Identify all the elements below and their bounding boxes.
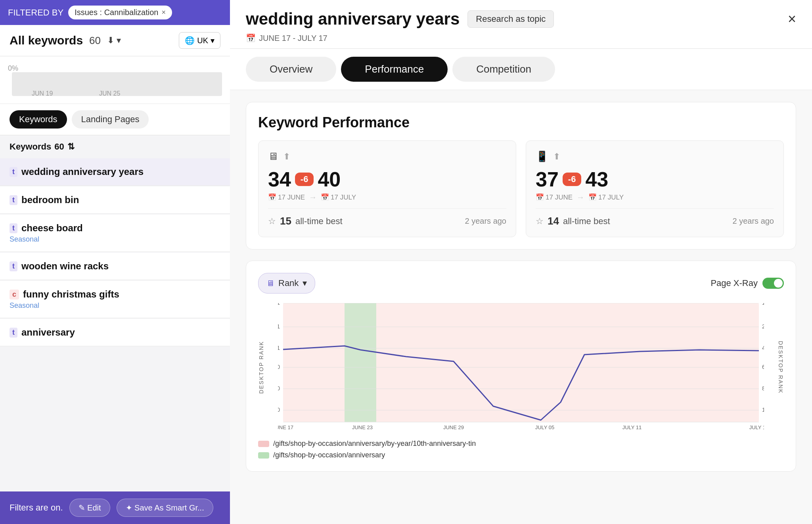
all-keywords-bar: All keywords 60 ⬇ ▾ 🌐 UK ▾ (0, 25, 230, 56)
svg-text:JULY 11: JULY 11 (622, 424, 642, 430)
svg-text:1: 1 (762, 303, 764, 306)
keyword-type-badge: t (10, 167, 17, 177)
keyword-text: anniversary (21, 327, 75, 338)
keyword-text: funny christmas gifts (23, 289, 119, 300)
left-panel: FILTERED BY Issues : Cannibalization × A… (0, 0, 230, 524)
svg-text:JUNE 23: JUNE 23 (352, 424, 373, 430)
keyword-type-badge: t (10, 195, 17, 205)
keyword-seasonal: Seasonal (10, 301, 220, 310)
page-xray-control: Page X-Ray (710, 278, 784, 289)
filter-label: FILTERED BY (8, 8, 63, 18)
tab-keywords[interactable]: Keywords (10, 110, 67, 129)
region-button[interactable]: 🌐 UK ▾ (179, 32, 220, 49)
mobile-best-row: ☆ 14 all-time best 2 years ago (536, 208, 774, 227)
mobile-best-value: 14 (548, 215, 559, 227)
tab-performance[interactable]: Performance (341, 57, 448, 82)
keyword-tabs-row: Keywords Landing Pages (0, 104, 230, 135)
globe-icon: 🌐 (185, 36, 195, 45)
desktop-metric-header: 🖥 ⬆ (268, 150, 506, 163)
desktop-best-row: ☆ 15 all-time best 2 years ago (268, 208, 506, 227)
region-label: UK (197, 36, 208, 45)
svg-text:60: 60 (762, 364, 764, 370)
modal-research-badge[interactable]: Research as topic (467, 10, 554, 28)
keyword-type-badge: t (10, 223, 17, 233)
mobile-end-date: 📅 17 JULY (588, 193, 624, 202)
modal-content: Keyword Performance 🖥 ⬆ 34 -6 40 (230, 90, 812, 484)
legend-text-2: /gifts/shop-by-occasion/anniversary (273, 451, 385, 459)
filter-badge-close[interactable]: × (161, 8, 166, 17)
performance-metrics-row: 🖥 ⬆ 34 -6 40 📅 17 JUNE → (258, 140, 784, 237)
edit-button[interactable]: ✎ Edit (69, 499, 110, 517)
keyword-performance-card: Keyword Performance 🖥 ⬆ 34 -6 40 (246, 102, 796, 250)
svg-text:JUNE 17: JUNE 17 (278, 424, 293, 430)
keyword-count: 60 (89, 35, 101, 47)
desktop-save-icon[interactable]: ⬆ (283, 152, 290, 162)
chart-legend: /gifts/shop-by-occasion/anniversary/by-y… (258, 440, 784, 459)
modal-close-button[interactable]: × (788, 11, 796, 27)
desktop-start-date: 📅 17 JUNE (268, 193, 305, 202)
tab-competition[interactable]: Competition (452, 57, 555, 82)
keyword-text: wedding anniversary years (21, 166, 144, 177)
rank-label: Rank (278, 278, 299, 288)
keyword-item[interactable]: t cheese board Seasonal (0, 215, 230, 252)
keyword-type-badge: c (10, 290, 19, 299)
desktop-end-date: 📅 17 JULY (321, 193, 356, 202)
mobile-start-date: 📅 17 JUNE (536, 193, 573, 202)
rank-chart-svg: 1 21 41 60 80 100 1 21 41 60 80 100 (278, 303, 764, 430)
rank-chart-card: 🖥 Rank ▾ Page X-Ray DESKTOP RANK DESKTOP… (246, 261, 796, 472)
calendar-icon: 📅 (246, 33, 256, 43)
filter-badge: Issues : Cannibalization × (68, 6, 172, 19)
svg-text:21: 21 (278, 323, 280, 330)
tab-landing-pages[interactable]: Landing Pages (72, 110, 149, 129)
keyword-item[interactable]: t wooden wine racks (0, 253, 230, 280)
star-icon: ☆ (268, 216, 276, 226)
mobile-date-row: 📅 17 JUNE → 📅 17 JULY (536, 193, 774, 202)
keyword-item[interactable]: t anniversary (0, 319, 230, 346)
save-smart-group-button[interactable]: ✦ Save As Smart Gr... (117, 499, 213, 517)
keyword-item[interactable]: t wedding anniversary years (0, 158, 230, 186)
svg-text:100: 100 (278, 407, 280, 413)
desktop-best-time: 2 years ago (465, 217, 506, 226)
mobile-delta: -6 (563, 173, 582, 186)
keyword-item[interactable]: t bedroom bin (0, 186, 230, 214)
chart-wrapper: DESKTOP RANK DESKTOP RANK 1 (258, 303, 784, 432)
chevron-down-icon: ▾ (211, 36, 214, 45)
legend-color-1 (258, 441, 269, 447)
chart-date-2: JUN 25 (99, 90, 120, 97)
all-keywords-title: All keywords (10, 34, 83, 47)
page-xray-toggle[interactable] (762, 278, 784, 289)
keyword-type-badge: t (10, 261, 17, 271)
y-axis-label-right: DESKTOP RANK (778, 341, 784, 393)
keyword-item[interactable]: c funny christmas gifts Seasonal (0, 281, 230, 318)
desktop-best-value: 15 (280, 215, 291, 227)
download-icon[interactable]: ⬇ ▾ (107, 35, 121, 46)
cal-icon: 📅 (268, 193, 276, 202)
svg-text:21: 21 (762, 323, 764, 330)
svg-text:41: 41 (762, 345, 764, 351)
mobile-metric-box: 📱 ⬆ 37 -6 43 📅 17 JUNE → (526, 140, 784, 237)
cal-icon2: 📅 (321, 193, 329, 202)
mobile-end-value: 43 (585, 167, 608, 191)
mobile-save-icon[interactable]: ⬆ (553, 152, 560, 162)
sort-icon[interactable]: ⇅ (67, 142, 75, 152)
keyword-performance-title: Keyword Performance (258, 114, 784, 131)
rank-selector[interactable]: 🖥 Rank ▾ (258, 273, 315, 294)
keywords-header-text: Keywords (10, 142, 51, 152)
keyword-text: cheese board (21, 223, 83, 234)
mobile-metric-header: 📱 ⬆ (536, 150, 774, 163)
keyword-list: t wedding anniversary years t bedroom bi… (0, 158, 230, 347)
filter-bar: FILTERED BY Issues : Cannibalization × (0, 0, 230, 25)
filters-on-message: Filters are on. (10, 503, 63, 513)
mobile-start-value: 37 (536, 167, 559, 191)
legend-text-1: /gifts/shop-by-occasion/anniversary/by-y… (273, 440, 476, 448)
page-xray-label: Page X-Ray (710, 278, 758, 288)
legend-item-1: /gifts/shop-by-occasion/anniversary/by-y… (258, 440, 784, 448)
mobile-best-label: all-time best (563, 216, 610, 226)
desktop-end-value: 40 (318, 167, 341, 191)
tab-overview[interactable]: Overview (246, 57, 336, 82)
svg-text:80: 80 (762, 385, 764, 392)
svg-text:60: 60 (278, 364, 280, 370)
rank-chevron-icon: ▾ (303, 278, 307, 288)
desktop-perf-numbers: 34 -6 40 (268, 167, 506, 191)
desktop-date-row: 📅 17 JUNE → 📅 17 JULY (268, 193, 506, 202)
